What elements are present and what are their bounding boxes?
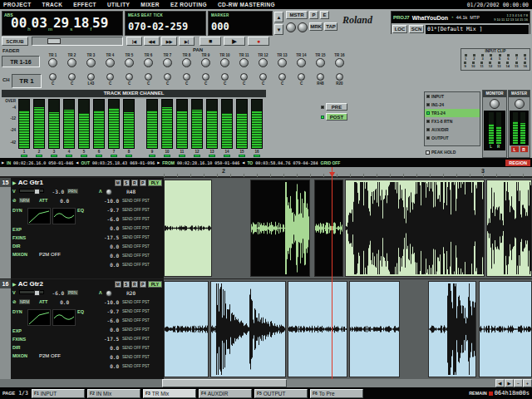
send-row-7[interactable]: 0.0SEND OFF PST: [99, 353, 164, 362]
master-button[interactable]: MSTR: [286, 11, 308, 19]
knob-icon[interactable]: [335, 58, 344, 67]
rec-arm-button[interactable]: R: [131, 281, 138, 288]
track-pan-knob[interactable]: [106, 290, 112, 297]
menu-track[interactable]: TRACK: [42, 2, 63, 7]
track-fader[interactable]: [19, 189, 44, 193]
eq-section[interactable]: EQ: [77, 309, 84, 314]
marker-down-button[interactable]: ▼: [274, 24, 283, 35]
knob-icon[interactable]: [164, 73, 171, 81]
menu-utility[interactable]: UTILITY: [107, 2, 130, 7]
knob-icon[interactable]: [317, 73, 324, 81]
pan-knob-ch7[interactable]: TR 7: [158, 53, 177, 67]
horizontal-scrollbar[interactable]: ◀▶−+: [0, 379, 532, 387]
eq-section[interactable]: EQ: [77, 208, 84, 213]
ch-knob-9[interactable]: C: [196, 73, 215, 86]
scrub-button[interactable]: SCRUB: [2, 37, 28, 46]
menu-effect[interactable]: EFFECT: [73, 2, 96, 7]
mute-button[interactable]: M: [115, 180, 121, 186]
ch-knob-3[interactable]: L43: [81, 73, 101, 86]
dir-section[interactable]: DIR: [12, 345, 20, 350]
audio-region[interactable]: [288, 281, 347, 377]
pan-knob-ch13[interactable]: TR 13: [273, 53, 292, 67]
pan-knob-ch5[interactable]: TR 5: [120, 53, 139, 67]
stop-button[interactable]: ■: [200, 37, 221, 46]
playhead-line[interactable]: [332, 167, 332, 379]
scroll-right-button[interactable]: ▶: [505, 379, 514, 387]
audio-region[interactable]: [164, 281, 209, 377]
dyn-section[interactable]: DYN: [12, 309, 22, 314]
project-name[interactable]: WhatYouDon: [412, 15, 448, 21]
record-button[interactable]: ●: [248, 37, 269, 46]
zoom-out-button[interactable]: −: [514, 379, 523, 387]
pan-knob-ch11[interactable]: TR 11: [234, 53, 254, 67]
knob-icon[interactable]: [316, 58, 325, 67]
knob-icon[interactable]: [201, 58, 210, 67]
fkey-f5-output[interactable]: F5OUTPUT: [254, 389, 308, 398]
fkey-f3-tr-mix[interactable]: F3TR Mix: [143, 389, 196, 398]
ch-knob-7[interactable]: C: [158, 73, 177, 86]
audio-region[interactable]: [479, 281, 532, 377]
zoom-in-button[interactable]: +: [523, 379, 532, 387]
ch-knob-6[interactable]: C: [139, 73, 158, 86]
pan-knob-ch2[interactable]: TR 2: [62, 53, 81, 67]
audio-region[interactable]: [314, 180, 343, 277]
knob-icon[interactable]: [49, 73, 57, 81]
fader-assign-display[interactable]: TR 1-16: [2, 56, 40, 67]
marker-up-button[interactable]: ▲: [274, 12, 283, 22]
pre-button[interactable]: PRE: [321, 103, 347, 111]
pan-knob-ch6[interactable]: TR 6: [139, 53, 158, 67]
knob-icon[interactable]: [297, 58, 306, 67]
knob-icon[interactable]: [259, 73, 267, 81]
waveform-lane[interactable]: [164, 178, 532, 278]
monitor-knob[interactable]: [286, 22, 296, 32]
phase-status[interactable]: NRM: [19, 198, 30, 203]
knob-icon[interactable]: [126, 73, 133, 81]
fkey-f4-auxdir[interactable]: F4AUXDIR: [199, 389, 252, 398]
audio-region[interactable]: [250, 180, 310, 277]
source-input[interactable]: INPUT: [425, 92, 480, 101]
ch-knob-10[interactable]: C: [215, 73, 234, 86]
mute-button[interactable]: M: [115, 281, 121, 288]
phones-knob[interactable]: [298, 22, 308, 32]
pan-knob-ch14[interactable]: TR 14: [292, 53, 311, 67]
knob-icon[interactable]: [182, 58, 191, 67]
send-row-5[interactable]: -17.5SEND OFF PST: [99, 335, 164, 343]
peak-hold-checkbox[interactable]: [426, 150, 430, 155]
region-mode-flag[interactable]: REGION: [505, 160, 530, 166]
scrollbar-thumb[interactable]: [162, 379, 287, 387]
knob-icon[interactable]: [68, 73, 76, 81]
knob-icon[interactable]: [240, 73, 248, 81]
knob-icon[interactable]: [183, 73, 190, 81]
mix-status[interactable]: MIXON: [12, 353, 27, 358]
knob-icon[interactable]: [145, 73, 152, 81]
solo-button[interactable]: S: [123, 180, 130, 186]
phrase-button[interactable]: P: [140, 180, 146, 186]
fkey-f2-in-mix[interactable]: F2IN Mix: [87, 389, 140, 398]
to-zero-button[interactable]: |◀: [126, 37, 142, 46]
source-tr1-24[interactable]: TR1-24: [425, 109, 480, 117]
track-name[interactable]: AC Gtr1: [18, 179, 43, 186]
source-output[interactable]: OUTPUT: [425, 134, 480, 142]
ch-knob-12[interactable]: C: [254, 73, 273, 86]
selected-channel-display[interactable]: TR 1: [12, 74, 42, 88]
ch-knob-13[interactable]: C: [273, 73, 292, 86]
mrk-button[interactable]: MRK: [309, 22, 323, 31]
knob-icon[interactable]: [259, 58, 268, 67]
knob-icon[interactable]: [220, 58, 229, 67]
ch-knob-14[interactable]: C: [292, 73, 311, 86]
send-row-2[interactable]: -9.7SEND OFF PST: [99, 206, 164, 214]
e-button[interactable]: E: [320, 11, 329, 19]
ch-knob-1[interactable]: C: [43, 73, 62, 86]
ch-knob-15[interactable]: R48: [311, 73, 330, 86]
play-status-button[interactable]: PLY: [148, 180, 162, 186]
p-button[interactable]: P: [309, 11, 318, 19]
master-level-knob[interactable]: [515, 99, 525, 109]
pan-knob-ch16[interactable]: TR 16: [330, 53, 349, 67]
knob-icon[interactable]: [48, 58, 57, 67]
menu-cd-rw-mastering[interactable]: CD-RW MASTERING: [218, 2, 275, 7]
menu-ez-routing[interactable]: EZ ROUTING: [170, 2, 207, 7]
knob-icon[interactable]: [239, 58, 249, 67]
audio-region[interactable]: [428, 281, 476, 377]
dir-section[interactable]: DIR: [12, 244, 20, 249]
send-row-8[interactable]: 0.0SEND OFF PST: [99, 261, 164, 269]
